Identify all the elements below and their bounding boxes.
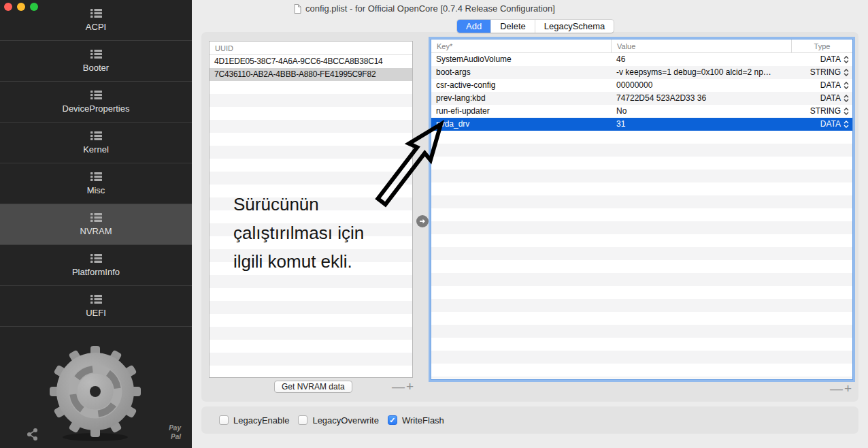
tab-strip: AddDeleteLegacySchema <box>457 20 614 33</box>
checkbox-label: LegacyEnable <box>233 415 289 426</box>
kv-row[interactable]: run-efi-updater No STRING <box>431 105 852 118</box>
kv-type-label: DATA <box>820 79 841 92</box>
kv-key[interactable]: boot-args <box>431 66 611 79</box>
transfer-arrow-button[interactable] <box>416 215 429 227</box>
type-stepper-icon[interactable] <box>844 69 849 76</box>
table-body[interactable]: SystemAudioVolume 46 DATA boot-args -v k… <box>431 53 852 379</box>
column-header-key[interactable]: Key* <box>431 39 611 52</box>
uuid-list[interactable]: Sürücününçalıştırılması içinilgili komut… <box>210 55 412 377</box>
list-icon <box>90 50 102 59</box>
checkbox[interactable]: ✓ <box>219 415 229 425</box>
sidebar-item-nvram[interactable]: NVRAM <box>0 204 192 245</box>
kv-row[interactable]: csr-active-config 00000000 DATA <box>431 79 852 92</box>
type-stepper-icon[interactable] <box>844 82 849 89</box>
tab-add[interactable]: Add <box>457 20 491 33</box>
kv-type-label: STRING <box>810 66 841 79</box>
document-icon <box>294 4 301 14</box>
type-stepper-icon[interactable] <box>844 95 849 102</box>
list-icon <box>90 172 102 181</box>
list-icon <box>90 295 102 304</box>
kv-value[interactable]: No <box>611 105 791 118</box>
sidebar: ACPI Booter DeviceProperties <box>0 0 192 448</box>
sidebar-item-kernel[interactable]: Kernel <box>0 123 192 163</box>
kv-key[interactable]: SystemAudioVolume <box>431 53 611 66</box>
kv-type-label: DATA <box>820 92 841 105</box>
kv-row[interactable]: nvda_drv 31 DATA <box>431 118 852 131</box>
paypal-line2: Pal <box>169 433 181 442</box>
sidebar-item-misc[interactable]: Misc <box>0 163 192 204</box>
get-nvram-data-button[interactable]: Get NVRAM data <box>274 381 352 393</box>
kv-key[interactable]: prev-lang:kbd <box>431 92 611 105</box>
uuid-column-header: UUID <box>210 42 412 55</box>
kv-type[interactable]: DATA <box>791 118 852 131</box>
sidebar-item-label: ACPI <box>86 22 106 32</box>
kv-value[interactable]: 31 <box>611 118 791 131</box>
tab-delete[interactable]: Delete <box>491 20 535 33</box>
annotation-line: ilgili komut ekli. <box>233 247 364 276</box>
kv-row[interactable]: SystemAudioVolume 46 DATA <box>431 53 852 66</box>
titlebar: config.plist - for Official OpenCore [0.… <box>192 0 868 19</box>
kv-value[interactable]: 74722D54 523A2D33 36 <box>611 92 791 105</box>
type-stepper-icon[interactable] <box>844 108 849 115</box>
checkbox-label: LegacyOverwrite <box>312 415 379 426</box>
checkbox-group-legacyenable[interactable]: ✓ LegacyEnable <box>219 415 289 426</box>
checkbox[interactable]: ✓ <box>388 415 397 425</box>
kv-type[interactable]: DATA <box>791 53 852 66</box>
kv-value[interactable]: 00000000 <box>611 79 791 92</box>
footer-options-bar: ✓ LegacyEnable ✓ LegacyOverwrite ✓ Write… <box>201 406 858 434</box>
kv-row[interactable]: boot-args -v keepsyms=1 debug=0x100 alci… <box>431 66 852 79</box>
kv-type[interactable]: DATA <box>791 92 852 105</box>
nvram-kv-table: Key* Value Type SystemAudioVolume 46 DAT… <box>431 39 853 380</box>
list-icon <box>90 254 102 263</box>
kv-type[interactable]: DATA <box>791 79 852 92</box>
annotation-line: çalıştırılması için <box>233 219 364 247</box>
window-title-group: config.plist - for Official OpenCore [0.… <box>294 3 555 14</box>
checkbox-group-writeflash[interactable]: ✓ WriteFlash <box>388 415 444 426</box>
sidebar-item-label: Booter <box>83 63 109 73</box>
kv-type[interactable]: STRING <box>791 66 852 79</box>
sidebar-item-label: Kernel <box>83 144 109 155</box>
uuid-list-remove-add-controls: —+ <box>392 379 415 394</box>
kv-key[interactable]: csr-active-config <box>431 79 611 92</box>
tab-legacyschema[interactable]: LegacySchema <box>535 20 614 33</box>
add-uuid-button[interactable]: + <box>406 379 415 394</box>
window-title: config.plist - for Official OpenCore [0.… <box>305 3 555 14</box>
remove-uuid-button[interactable]: — <box>392 379 406 394</box>
kv-key[interactable]: nvda_drv <box>431 118 611 131</box>
type-stepper-icon[interactable] <box>844 56 849 63</box>
remove-key-button[interactable]: — <box>830 381 844 396</box>
right-arrow-icon <box>419 218 426 225</box>
list-icon <box>90 131 102 140</box>
kv-value[interactable]: -v keepsyms=1 debug=0x100 alcid=2 np… <box>611 66 791 79</box>
checkbox[interactable]: ✓ <box>298 415 307 425</box>
column-header-value[interactable]: Value <box>611 39 791 52</box>
type-stepper-icon[interactable] <box>844 121 849 128</box>
kv-type-label: DATA <box>820 53 841 66</box>
annotation-line: Sürücünün <box>233 190 364 219</box>
uuid-row[interactable]: 7C436110-AB2A-4BBB-A880-FE41995C9F82 <box>210 68 412 81</box>
column-header-type[interactable]: Type <box>791 39 852 52</box>
close-window-button[interactable] <box>4 3 12 11</box>
share-icon[interactable] <box>26 428 39 444</box>
sidebar-item-uefi[interactable]: UEFI <box>0 286 192 327</box>
kv-type[interactable]: STRING <box>791 105 852 118</box>
sidebar-item-label: NVRAM <box>80 226 112 236</box>
sidebar-item-deviceproperties[interactable]: DeviceProperties <box>0 82 192 123</box>
maximize-window-button[interactable] <box>30 3 38 11</box>
paypal-credit: Pay Pal <box>169 424 181 441</box>
uuid-list-panel: UUID Sürücününçalıştırılması içinilgili … <box>209 41 413 378</box>
sidebar-item-booter[interactable]: Booter <box>0 41 192 82</box>
list-icon <box>90 213 102 222</box>
kv-type-label: STRING <box>810 105 841 118</box>
kv-row[interactable]: prev-lang:kbd 74722D54 523A2D33 36 DATA <box>431 92 852 105</box>
sidebar-item-platforminfo[interactable]: PlatformInfo <box>0 245 192 286</box>
add-key-button[interactable]: + <box>844 381 853 396</box>
checkbox-group-legacyoverwrite[interactable]: ✓ LegacyOverwrite <box>298 415 379 426</box>
sidebar-item-label: DeviceProperties <box>63 103 130 114</box>
uuid-row[interactable]: 4D1EDE05-38C7-4A6A-9CC6-4BCCA8B38C14 <box>210 55 412 68</box>
window-controls <box>4 3 38 11</box>
minimize-window-button[interactable] <box>17 3 25 11</box>
kv-value[interactable]: 46 <box>611 53 791 66</box>
kv-key[interactable]: run-efi-updater <box>431 105 611 118</box>
table-header: Key* Value Type <box>431 39 852 53</box>
